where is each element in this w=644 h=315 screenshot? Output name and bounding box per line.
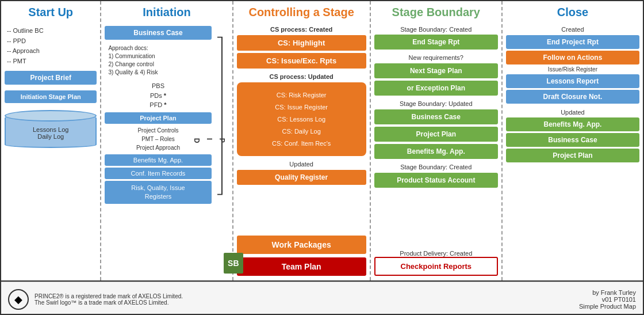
cs-lessons-log: CS: Lessons Log — [239, 113, 364, 126]
column-stage-boundary: Stage Boundary Stage Boundary: Created E… — [371, 1, 503, 280]
axelos-logo: ◆ — [8, 289, 29, 310]
sb-box: SB — [224, 253, 243, 274]
outline-ppd: -- PPD — [7, 36, 97, 47]
pfd-label: PFD — [150, 101, 162, 108]
conf-item-box: Conf. Item Records — [105, 168, 211, 179]
header-close: Close — [506, 6, 639, 21]
cs-daily-log: CS: Daily Log — [239, 126, 364, 138]
benefits-updated-box: Benefits Mg. App. — [506, 117, 639, 131]
cs-process-created-label: CS process: Created — [237, 26, 366, 33]
initiation-items: Business Case Approach docs:1) Communica… — [105, 26, 211, 206]
lessons-report-box: Lessons Report — [506, 74, 639, 88]
outline-pmt: -- PMT — [7, 56, 97, 67]
pds-asterisk: * — [164, 92, 166, 99]
startup-outline: -- Outline BC -- PPD -- Approach -- PMT — [5, 26, 97, 66]
sb-updated-label: Stage Boundary: Updated — [374, 100, 498, 107]
updated-label: Updated — [237, 161, 366, 168]
exception-plan-box: or Exception Plan — [374, 81, 498, 96]
column-close: Close Created End Project Rpt Follow on … — [503, 1, 643, 280]
risk-quality-box: Risk, Quality, IssueRegisters — [105, 181, 211, 204]
cs-process-text: CS process: — [270, 26, 307, 33]
header-initiation: Initiation — [105, 6, 228, 21]
outline-approach: -- Approach — [7, 46, 97, 56]
cs-updated-val: Updated — [308, 73, 334, 80]
checkpoint-reports-box: Checkpoint Reports — [374, 257, 498, 276]
business-case-box: Business Case — [105, 26, 211, 40]
sb-created2-label: Stage Boundary: Created — [374, 164, 498, 170]
logo-icon: ◆ — [14, 293, 22, 306]
cs-process-updated-label: CS process: Updated — [237, 73, 366, 80]
pid-label: PID — [190, 138, 228, 144]
end-project-rpt-box: End Project Rpt — [506, 35, 639, 49]
main-container: Start Up -- Outline BC -- PPD -- Approac… — [1, 1, 643, 315]
sb-project-plan-box: Project Plan — [374, 127, 498, 142]
work-packages-box: Work Packages — [237, 236, 366, 254]
cs-created-val: Created — [309, 26, 332, 33]
column-startup: Start Up -- Outline BC -- PPD -- Approac… — [1, 1, 101, 280]
issue-exc-box: CS: Issue/Exc. Rpts — [237, 53, 366, 69]
footer: ◆ PRINCE2® is a registered trade mark of… — [1, 282, 643, 315]
end-stage-rpt-box: End Stage Rpt — [374, 35, 498, 50]
cs-issue-register: CS: Issue Register — [239, 101, 364, 113]
pbs-label: PBS — [152, 82, 164, 89]
quality-register-box: Quality Register — [237, 170, 366, 185]
project-plan-updated-box: Project Plan — [506, 149, 639, 162]
approach-text: Approach docs:1) Communication2) Change … — [105, 42, 211, 79]
column-controlling: Controlling a Stage CS process: Created … — [233, 1, 371, 280]
team-plan-box: Team Plan — [237, 257, 366, 276]
footer-line2: The Swirl logo™ is a trade mark of AXELO… — [34, 299, 573, 306]
draft-closure-box: Draft Closure Not. — [506, 90, 639, 104]
sb-benefits-box: Benefits Mg. App. — [374, 144, 498, 159]
issue-risk-label: Issue/Risk Register — [506, 66, 639, 73]
sb-created-label-1: Stage Boundary: Created — [374, 26, 498, 33]
product-status-box: Product Status Account — [374, 173, 498, 188]
pds-label: PDs — [150, 92, 162, 99]
next-stage-plan-box: Next Stage Plan — [374, 63, 498, 78]
cs-risk-register: CS: Risk Register — [239, 89, 364, 101]
header-startup: Start Up — [5, 6, 97, 21]
footer-line1: PRINCE2® is a registered trade mark of A… — [34, 293, 573, 299]
close-updated-label: Updated — [506, 109, 639, 116]
product-delivery-label: Product Delivery: Created — [374, 248, 498, 257]
cs-process-updated-text: CS process: — [270, 73, 306, 80]
footer-attribution: by Frank Turleyv01 PT0101Simple Product … — [579, 289, 636, 310]
project-brief-box: Project Brief — [5, 71, 97, 85]
new-requirements-label: New requirements? — [374, 54, 498, 61]
column-initiation: Initiation Business Case Approach docs:1… — [101, 1, 233, 280]
business-case-updated-box: Business Case — [506, 133, 639, 147]
init-project-plan-box: Project Plan — [105, 112, 211, 124]
sb-business-case-box: Business Case — [374, 109, 498, 124]
daily-log: Daily Log — [9, 133, 92, 140]
close-created-label: Created — [506, 26, 639, 33]
lessons-log: Lessons Log — [9, 126, 92, 133]
footer-text: PRINCE2® is a registered trade mark of A… — [34, 293, 573, 306]
header-stage-boundary: Stage Boundary — [374, 6, 498, 21]
header-controlling: Controlling a Stage — [237, 6, 366, 21]
pfd-asterisk: * — [164, 101, 166, 108]
outline-bc: -- Outline BC — [7, 26, 97, 36]
pbs-area: PBS PDs * PFD * — [105, 81, 211, 110]
cs-registers-cylinder: CS: Risk Register CS: Issue Register CS:… — [237, 82, 366, 156]
benefits-box: Benefits Mg. App. — [105, 154, 211, 166]
content-area: Start Up -- Outline BC -- PPD -- Approac… — [1, 1, 643, 282]
cs-conf-item: CS: Conf. Item Rec's — [239, 138, 364, 150]
follow-on-box: Follow on Actions — [506, 51, 639, 64]
pid-bracket-area: Business Case Approach docs:1) Communica… — [105, 26, 228, 206]
initiation-stage-plan-box: Initiation Stage Plan — [5, 90, 97, 103]
highlight-box: CS: Highlight — [237, 35, 366, 51]
pid-bracket: PID — [213, 26, 229, 206]
